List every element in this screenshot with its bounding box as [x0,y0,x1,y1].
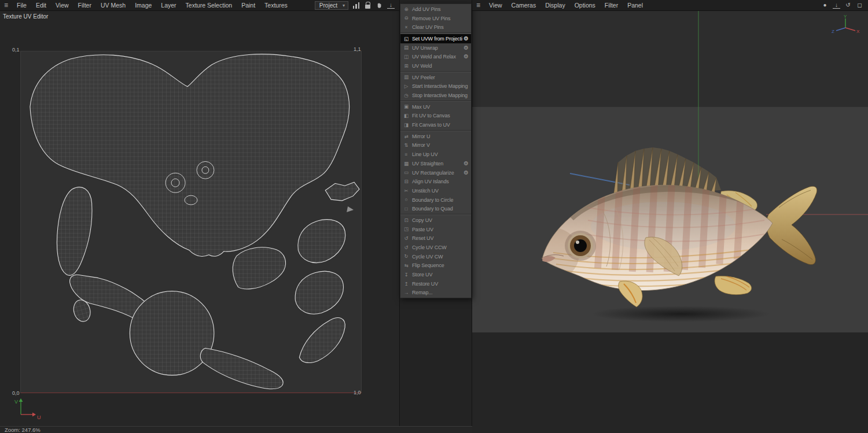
menubar-item-view[interactable]: View [484,0,507,10]
menu-item-label: UV Weld and Relax [410,54,462,60]
viewport-menubar: ≡ ViewCamerasDisplayOptionsFilterPanel ●… [472,0,868,11]
u-axis-label: U [37,415,41,420]
uv-island-fin-right-3[interactable] [299,318,345,363]
menubar-item-panel[interactable]: Panel [623,0,648,10]
menubar-item-display[interactable]: Display [540,0,569,10]
uv-island-circle[interactable] [130,291,214,376]
menubar-item-cameras[interactable]: Cameras [507,0,541,10]
uv-island-fin-middle[interactable] [233,247,285,289]
menu-item-remove-uv-pins: ⊖Remove UV Pins [400,14,471,23]
uv-island-fin-right-1[interactable] [298,220,345,263]
render-sphere-icon[interactable]: ● [821,1,829,9]
menubar-item-texture-selection[interactable]: Texture Selection [181,0,237,10]
menu-item-max-uv: ▣Max UV [400,102,471,112]
viewport-menu-items: ViewCamerasDisplayOptionsFilterPanel [484,0,648,10]
menu-item-store-uv: ↧Store UV [400,270,471,279]
play-icon: ▷ [403,84,410,89]
store-icon: ↧ [403,272,410,277]
menubar-item-options[interactable]: Options [570,0,600,10]
menu-item-uv-straighten: ▦UV Straighten⚙ [400,159,471,168]
menu-item-uv-rectangularize: ▭UV Rectangularize⚙ [400,168,471,177]
menu-item-mirror-v: ⇅Mirror V [400,141,471,150]
menu-item-label: Max UV [410,104,470,110]
weld-icon: ⊞ [403,64,410,69]
hamburger-icon[interactable]: ≡ [0,0,12,10]
menubar-item-view[interactable]: View [51,0,73,10]
viewport-scene [472,11,868,433]
menu-item-label: Mirror U [410,134,470,139]
menu-item-label: Restore UV [410,281,470,287]
menu-item-boundary-to-quad: □Boundary to Quad [400,204,471,213]
menu-item-cycle-uv-ccw: ↺Cycle UV CCW [400,243,471,252]
menu-item-label: Paste UV [410,227,470,232]
menu-item-label: Stop Interactive Mapping [410,92,470,98]
menu-item-flip-sequence: ⇆Flip Sequence [400,261,471,271]
boundary-circle-icon: ○ [403,197,410,202]
menu-separator [400,101,471,102]
viewport-axis-gizmo[interactable]: Y X Z [831,14,861,38]
stop-icon: ◷ [403,93,410,98]
align-icon: ⊟ [403,179,410,184]
menu-separator [400,130,471,131]
menu-item-label: Start Interactive Mapping [410,83,470,89]
uv-editor-toolbar: Project ▾ ↓ [315,1,399,10]
uv-editor-canvas[interactable]: Texture UV Editor 0,1 1,1 0,0 1,0 [0,11,399,426]
uv-island-fin-right-2[interactable] [295,271,343,314]
v-axis-label: V [14,399,18,405]
uv-island-fin-left[interactable] [57,187,92,276]
fish-eye-pupil [574,239,587,252]
hamburger-icon[interactable]: ≡ [472,0,484,10]
fit-uv-icon: ◧ [403,113,410,119]
menu-item-stop-interactive-mapping: ◷Stop Interactive Mapping [400,91,471,100]
fish-shadow [591,306,770,322]
menu-item-set-uvw-from-projection[interactable]: ◱Set UVW from Projection⚙ [400,34,471,43]
weld-relax-icon: ◫ [403,54,410,60]
viewport-canvas[interactable]: Y X Z [472,11,868,433]
menubar-item-filter[interactable]: Filter [600,0,623,10]
menu-item-paste-uv: ◳Paste UV [400,225,471,234]
uv-coord-top-left: 0,1 [12,47,20,53]
hand-icon[interactable] [376,1,383,9]
menu-item-label: Store UV [410,272,470,277]
menu-item-uv-weld: ⊞UV Weld [400,61,471,71]
unwrap-icon: ▤ [403,45,410,50]
lock-icon[interactable] [364,1,372,9]
gear-icon[interactable]: ⚙ [462,53,470,61]
histogram-icon[interactable] [352,1,360,9]
uv-island-limb-lower[interactable] [200,348,283,389]
menu-item-mirror-u: ⇄Mirror U [400,132,471,141]
menubar-item-layer[interactable]: Layer [156,0,181,10]
menubar-item-textures[interactable]: Textures [260,0,292,10]
uv-island-fin-top-small[interactable] [325,182,359,201]
pin-add-icon: ⊕ [403,7,410,12]
fit-canvas-icon: ◨ [403,123,410,128]
menubar-item-uv-mesh[interactable]: UV Mesh [96,0,130,10]
menu-item-align-uv-islands: ⊟Align UV Islands [400,177,471,186]
gear-icon[interactable]: ⚙ [462,44,470,51]
menu-item-line-up-uv: ≡Line Up UV [400,150,471,159]
gear-icon[interactable]: ⚙ [462,160,470,167]
menu-separator [400,71,471,72]
menubar-item-file[interactable]: File [12,0,31,10]
history-icon[interactable]: ↺ [844,1,852,9]
menubar-item-paint[interactable]: Paint [237,0,260,10]
menubar-item-edit[interactable]: Edit [31,0,51,10]
menu-item-label: Remove UV Pins [410,16,470,21]
maximize-icon[interactable]: ◻ [856,1,863,9]
menu-item-remap: →Remap... [400,288,471,298]
uv-unit-square[interactable] [20,51,362,393]
gear-icon[interactable]: ⚙ [462,35,470,42]
project-dropdown[interactable]: Project ▾ [315,1,348,10]
download-icon[interactable]: ↓ [387,2,395,9]
menubar-item-image[interactable]: Image [130,0,156,10]
tail-fin [766,186,816,265]
menu-separator [400,214,471,215]
fish-model[interactable] [527,147,817,307]
gear-icon[interactable]: ⚙ [462,169,470,176]
uv-islands[interactable] [21,51,361,393]
menu-item-reset-uv: ↺Reset UV [400,234,471,243]
menubar-item-filter[interactable]: Filter [73,0,96,10]
download-icon[interactable]: ↓ [833,2,840,9]
menu-item-label: Cycle UV CW [410,254,470,260]
restore-icon: ↥ [403,282,410,287]
